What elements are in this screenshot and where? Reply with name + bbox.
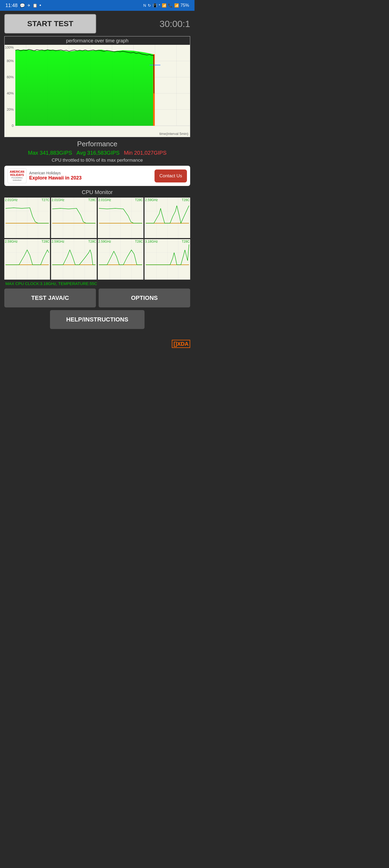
- ad-company: American Holidays: [29, 171, 152, 175]
- status-bar: 11:48 💬 ✈ 📋 • N ↻ 📳 * 📶 📞 📶 75%: [0, 0, 194, 11]
- battery-display: 75%: [180, 3, 189, 8]
- cpu-cell-2: 2.01GHz T28C: [51, 197, 97, 238]
- help-instructions-button[interactable]: HELP/INSTRUCTIONS: [50, 310, 144, 329]
- options-button[interactable]: OPTIONS: [99, 288, 190, 307]
- svg-text:20%: 20%: [7, 107, 14, 112]
- test-java-c-button[interactable]: TEST JAVA/C: [4, 288, 96, 307]
- cpu-monitor: CPU Monitor 2.01GHz T27C: [4, 189, 190, 286]
- cpu-cell-1-freq: 2.01GHz: [5, 198, 18, 202]
- contact-us-button[interactable]: Contact Us: [155, 169, 187, 182]
- graph-area: 100% 80% 60% 40% 20% 0: [5, 45, 190, 131]
- ad-logo: AMERICAN HOLIDAYS Possibilities Unlimite…: [7, 168, 26, 183]
- performance-graph-container: performance over time graph: [4, 36, 190, 137]
- main-content: START TEST 30:00:1 performance over time…: [0, 11, 194, 338]
- wifi-icon: 📶: [162, 3, 166, 7]
- cpu-cell-6-freq: 2.59GHz: [52, 240, 64, 243]
- cpu-cell-6: 2.59GHz T28C: [51, 239, 97, 280]
- ad-logo-line1: AMERICAN: [10, 170, 24, 174]
- bluetooth-icon: *: [159, 3, 160, 7]
- cpu-cell-8-header: 3.18GHz T28C: [145, 240, 190, 243]
- performance-section: Performance Max 341,883GIPS Avg 316,583G…: [4, 140, 190, 163]
- status-time: 11:48 💬 ✈ 📋 •: [5, 3, 41, 8]
- cpu-cell-2-freq: 2.01GHz: [52, 198, 64, 202]
- ad-headline: Explore Hawaii in 2023: [29, 175, 152, 181]
- svg-text:80%: 80%: [7, 59, 14, 63]
- svg-text:40%: 40%: [7, 91, 14, 95]
- cpu-grid: 2.01GHz T27C: [4, 197, 190, 280]
- messenger-icon: 💬: [20, 3, 25, 8]
- vibrate-icon: 📳: [152, 3, 157, 7]
- help-btn-row: HELP/INSTRUCTIONS: [4, 310, 190, 329]
- throttle-text: CPU throttled to 80% of its max performa…: [4, 158, 190, 163]
- ad-text-area: American Holidays Explore Hawaii in 2023: [29, 171, 152, 181]
- cpu-cell-7: 2.59GHz T28C: [98, 239, 143, 280]
- graph-time-label: time(interval 5min): [5, 131, 190, 137]
- performance-stats: Max 341,883GIPS Avg 316,583GIPS Min 201,…: [4, 150, 190, 156]
- cpu-cell-5-header: 2.59GHz T28C: [5, 240, 50, 243]
- dot-icon: •: [39, 3, 41, 8]
- status-icons: N ↻ 📳 * 📶 📞 📶 75%: [143, 3, 189, 8]
- sync-icon: ↻: [148, 3, 151, 7]
- cpu-cell-5: 2.59GHz T28C: [4, 239, 50, 280]
- stat-min: Min 201,027GIPS: [124, 150, 167, 156]
- cpu-cell-2-header: 2.01GHz T28C: [52, 198, 96, 202]
- cpu-monitor-title: CPU Monitor: [4, 189, 190, 195]
- cpu-cell-3: 2.01GHz T28C: [98, 197, 143, 238]
- telegram-icon: ✈: [27, 3, 30, 7]
- phone-icon: 📞: [168, 3, 173, 7]
- cpu-cell-4-temp: T28C: [182, 198, 190, 202]
- cpu-cell-7-header: 2.59GHz T28C: [98, 240, 143, 243]
- cpu-cell-4-freq: 2.59GHz: [145, 198, 158, 202]
- ad-banner: AMERICAN HOLIDAYS Possibilities Unlimite…: [4, 166, 190, 186]
- ad-logo-line2: HOLIDAYS: [10, 174, 24, 177]
- cpu-cell-8: 3.18GHz T28C: [144, 239, 190, 280]
- cpu-cell-3-temp: T28C: [135, 198, 143, 202]
- time-display: 11:48: [5, 3, 18, 8]
- cpu-cell-1-header: 2.01GHz T27C: [5, 198, 50, 202]
- cpu-cell-7-freq: 2.59GHz: [98, 240, 111, 243]
- cpu-cell-8-freq: 3.18GHz: [145, 240, 158, 243]
- stat-avg: Avg 316,583GIPS: [77, 150, 120, 156]
- notes-icon: 📋: [33, 3, 37, 7]
- cpu-cell-7-temp: T28C: [135, 240, 143, 243]
- nfc-icon: N: [143, 3, 146, 7]
- cpu-cell-6-header: 2.59GHz T28C: [52, 240, 96, 243]
- svg-marker-14: [16, 50, 154, 126]
- svg-text:100%: 100%: [5, 45, 14, 50]
- cpu-cell-3-freq: 2.01GHz: [98, 198, 111, 202]
- cpu-cell-5-temp: T28C: [41, 240, 50, 243]
- ad-logo-line3: Possibilities Unlimited: [8, 177, 26, 181]
- bottom-buttons: TEST JAVA/C OPTIONS: [4, 288, 190, 307]
- cpu-cell-8-temp: T28C: [182, 240, 190, 243]
- signal-icon: 📶: [174, 3, 179, 7]
- svg-text:60%: 60%: [7, 75, 14, 79]
- start-test-button[interactable]: START TEST: [4, 14, 96, 33]
- cpu-cell-6-temp: T28C: [88, 240, 96, 243]
- cpu-cell-5-freq: 2.59GHz: [5, 240, 18, 243]
- stat-max: Max 341,883GIPS: [28, 150, 72, 156]
- cpu-cell-1: 2.01GHz T27C: [4, 197, 50, 238]
- svg-text:0: 0: [12, 124, 14, 128]
- cpu-cell-1-temp: T27C: [41, 198, 50, 202]
- max-cpu-info: MAX CPU CLOCK:3.18GHz, TEMPERATURE:55C: [4, 281, 190, 286]
- cpu-cell-3-header: 2.01GHz T28C: [98, 198, 143, 202]
- cpu-cell-2-temp: T28C: [88, 198, 96, 202]
- cpu-cell-4: 2.59GHz T28C: [144, 197, 190, 238]
- cpu-cell-4-header: 2.59GHz T28C: [145, 198, 190, 202]
- xda-bracket-logo: []XDA: [172, 340, 190, 348]
- timer-display: 30:00:1: [160, 19, 190, 29]
- graph-title: performance over time graph: [5, 36, 190, 45]
- top-row: START TEST 30:00:1: [4, 14, 190, 33]
- performance-title: Performance: [4, 140, 190, 148]
- xda-logo: []XDA: [0, 338, 194, 353]
